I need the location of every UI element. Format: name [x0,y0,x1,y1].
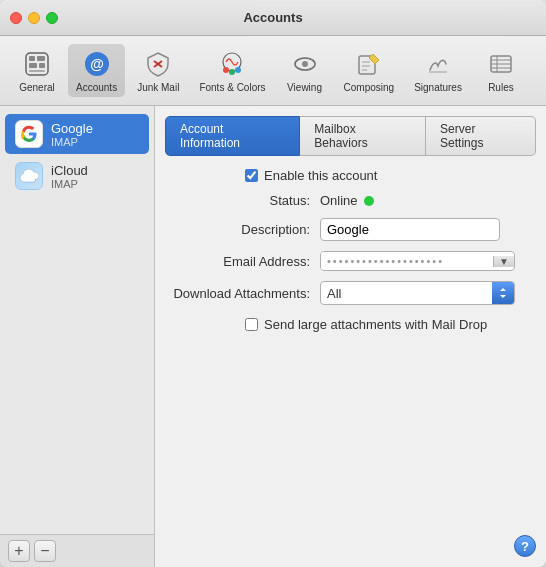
tab-bar: Account Information Mailbox Behaviors Se… [165,116,536,156]
status-text: Online [320,193,358,208]
title-bar: Accounts [0,0,546,36]
toolbar-fonts-colors-label: Fonts & Colors [199,82,265,93]
google-account-name: Google [51,121,93,136]
svg-point-11 [223,67,229,73]
toolbar-composing-label: Composing [344,82,395,93]
composing-icon [353,48,385,80]
toolbar-rules[interactable]: Rules [474,44,528,97]
status-label: Status: [165,193,320,208]
mail-drop-checkbox[interactable] [245,318,258,331]
general-icon [21,48,53,80]
tab-mailbox-behaviors[interactable]: Mailbox Behaviors [300,116,426,156]
remove-account-button[interactable]: − [34,540,56,562]
toolbar-general-label: General [19,82,55,93]
enable-account-row: Enable this account [165,168,536,183]
sidebar-item-google[interactable]: Google IMAP [5,114,149,154]
status-row: Status: Online [165,193,536,208]
mail-drop-row: Send large attachments with Mail Drop [165,317,536,332]
tab-account-information[interactable]: Account Information [165,116,300,156]
description-input[interactable] [320,218,500,241]
window-title: Accounts [243,10,302,25]
help-button[interactable]: ? [514,535,536,557]
icloud-account-name: iCloud [51,163,88,178]
junk-mail-icon [142,48,174,80]
google-account-type: IMAP [51,136,93,148]
email-input-wrap: ▼ [320,251,515,271]
main-window: Accounts General @ [0,0,546,567]
google-account-icon [15,120,43,148]
main-content: Google IMAP iCloud IMAP [0,106,546,567]
toolbar-general[interactable]: General [10,44,64,97]
toolbar-composing[interactable]: Composing [336,44,403,97]
account-panel: Account Information Mailbox Behaviors Se… [155,106,546,567]
svg-rect-1 [29,56,35,61]
svg-point-12 [229,69,235,75]
google-account-info: Google IMAP [51,121,93,148]
toolbar-fonts-colors[interactable]: Fonts & Colors [191,44,273,97]
svg-rect-4 [39,63,45,68]
email-dropdown-button[interactable]: ▼ [493,256,514,267]
sidebar-item-icloud[interactable]: iCloud IMAP [5,156,149,196]
email-row: Email Address: ▼ [165,251,536,271]
toolbar: General @ Accounts Junk Mail [0,36,546,106]
toolbar-accounts-label: Accounts [76,82,117,93]
download-attachments-value: All [321,283,492,304]
status-indicator [364,196,374,206]
download-attachments-row: Download Attachments: All [165,281,536,305]
description-row: Description: [165,218,536,241]
svg-rect-2 [37,56,45,61]
toolbar-accounts[interactable]: @ Accounts [68,44,125,97]
toolbar-rules-label: Rules [488,82,514,93]
download-attachments-dropdown[interactable] [492,282,514,304]
toolbar-viewing-label: Viewing [287,82,322,93]
minimize-button[interactable] [28,12,40,24]
viewing-icon [289,48,321,80]
toolbar-junk-mail-label: Junk Mail [137,82,179,93]
rules-icon [485,48,517,80]
svg-text:@: @ [90,56,104,72]
enable-account-label: Enable this account [264,168,377,183]
accounts-icon: @ [81,48,113,80]
signatures-icon [422,48,454,80]
svg-rect-5 [29,70,45,72]
email-label: Email Address: [165,254,320,269]
description-label: Description: [165,222,320,237]
icloud-account-info: iCloud IMAP [51,163,88,190]
svg-rect-3 [29,63,37,68]
download-attachments-select-wrap: All [320,281,515,305]
close-button[interactable] [10,12,22,24]
traffic-lights [10,12,58,24]
enable-account-checkbox[interactable] [245,169,258,182]
account-list: Google IMAP iCloud IMAP [0,106,154,534]
icloud-account-icon [15,162,43,190]
icloud-account-type: IMAP [51,178,88,190]
tab-server-settings[interactable]: Server Settings [426,116,536,156]
download-attachments-label: Download Attachments: [165,286,320,301]
status-value: Online [320,193,374,208]
svg-point-13 [235,67,241,73]
toolbar-signatures-label: Signatures [414,82,462,93]
svg-point-15 [302,61,308,67]
toolbar-signatures[interactable]: Signatures [406,44,470,97]
toolbar-junk-mail[interactable]: Junk Mail [129,44,187,97]
toolbar-viewing[interactable]: Viewing [278,44,332,97]
mail-drop-label: Send large attachments with Mail Drop [264,317,487,332]
form-area: Enable this account Status: Online Descr… [165,168,536,557]
email-input[interactable] [321,252,493,270]
sidebar: Google IMAP iCloud IMAP [0,106,155,567]
add-account-button[interactable]: + [8,540,30,562]
sidebar-footer: + − [0,534,154,567]
fonts-colors-icon [216,48,248,80]
maximize-button[interactable] [46,12,58,24]
